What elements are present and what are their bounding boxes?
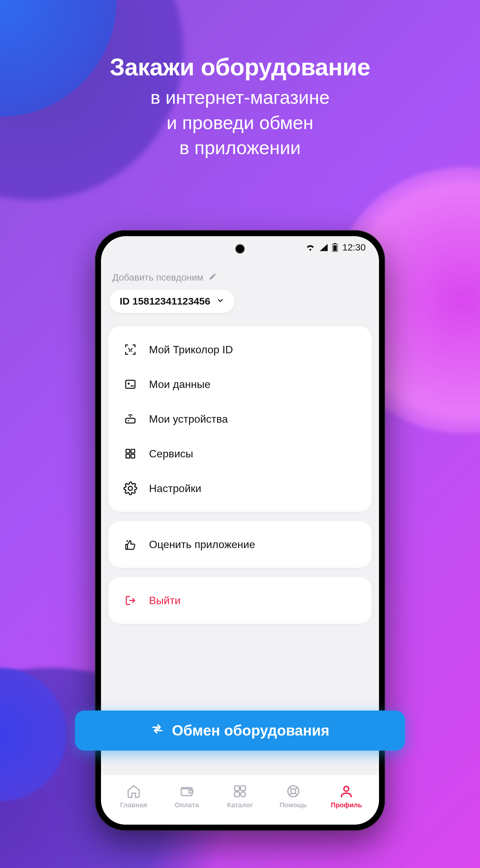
svg-point-7 (128, 420, 129, 421)
cellular-icon (320, 244, 328, 251)
logout-icon (123, 593, 138, 608)
svg-rect-3 (126, 380, 135, 388)
id-label: ID 15812341123456 (120, 296, 210, 307)
swap-icon (151, 722, 164, 739)
menu-label: Сервисы (149, 448, 193, 460)
nav-catalog[interactable]: Каталог (220, 783, 260, 809)
menu-label: Настройки (149, 483, 201, 495)
svg-rect-16 (234, 792, 239, 797)
wifi-icon (306, 244, 315, 251)
nav-payment[interactable]: Оплата (167, 783, 207, 809)
svg-rect-11 (131, 454, 135, 458)
menu-label: Мои данные (149, 378, 210, 391)
nav-label: Профиль (331, 801, 362, 809)
nav-label: Каталог (227, 801, 253, 809)
id-card-icon (123, 377, 138, 392)
id-selector-chip[interactable]: ID 15812341123456 (110, 289, 234, 313)
camera-cutout (235, 244, 245, 253)
svg-rect-10 (126, 454, 130, 458)
nav-help[interactable]: Помощь (273, 783, 313, 809)
wallet-icon (179, 783, 195, 799)
menu-label: Мои устройства (149, 413, 228, 425)
menu-item-tricolor-id[interactable]: Мой Триколор ID (108, 332, 372, 367)
battery-icon (332, 243, 338, 252)
menu-card-main: Мой Триколор ID Мои данные Мои устройств… (108, 326, 372, 512)
svg-rect-13 (189, 790, 193, 793)
headline-block: Закажи оборудование в интернет-магазине … (0, 53, 480, 160)
svg-point-4 (128, 383, 130, 384)
menu-label: Выйти (149, 594, 181, 607)
chevron-down-icon (216, 296, 224, 307)
svg-point-17 (241, 792, 246, 797)
nickname-hint-label: Добавить псевдоним (112, 272, 203, 283)
svg-rect-8 (126, 450, 130, 453)
cta-label: Обмен оборудования (172, 722, 329, 739)
pencil-icon (209, 272, 217, 283)
menu-item-settings[interactable]: Настройки (108, 471, 372, 506)
menu-item-rate-app[interactable]: Оценить приложение (108, 527, 372, 562)
status-bar: 12:30 (306, 242, 366, 253)
exchange-equipment-button[interactable]: Обмен оборудования (75, 711, 405, 751)
grid-icon (123, 446, 138, 461)
profile-icon (338, 783, 354, 799)
lifebuoy-icon (285, 783, 301, 799)
svg-rect-2 (333, 246, 337, 251)
catalog-icon (232, 783, 248, 799)
status-time: 12:30 (342, 242, 366, 253)
menu-label: Мой Триколор ID (149, 344, 233, 356)
menu-label: Оценить приложение (149, 538, 255, 551)
svg-point-19 (291, 789, 296, 794)
menu-item-my-devices[interactable]: Мои устройства (108, 402, 372, 436)
menu-item-services[interactable]: Сервисы (108, 436, 372, 471)
router-icon (123, 412, 138, 426)
nav-label: Помощь (279, 801, 307, 809)
thumbs-up-icon (123, 537, 138, 552)
nav-profile[interactable]: Профиль (326, 783, 366, 809)
add-nickname-button[interactable]: Добавить псевдоним (112, 272, 372, 283)
nav-label: Оплата (175, 801, 199, 809)
headline-title: Закажи оборудование (0, 53, 480, 81)
menu-card-rate: Оценить приложение (108, 521, 372, 568)
svg-rect-9 (131, 450, 135, 453)
headline-sub: в интернет-магазине и проведи обмен в пр… (0, 85, 480, 160)
svg-rect-6 (126, 418, 135, 423)
svg-rect-15 (241, 786, 246, 791)
home-icon (126, 783, 142, 799)
svg-point-20 (344, 786, 349, 791)
nav-home[interactable]: Главная (114, 783, 154, 809)
svg-rect-14 (234, 786, 239, 791)
menu-item-my-data[interactable]: Мои данные (108, 367, 372, 402)
bottom-nav: Главная Оплата Каталог Помощь (101, 775, 379, 825)
gear-icon (123, 481, 138, 496)
menu-item-logout[interactable]: Выйти (108, 583, 372, 618)
nav-label: Главная (120, 801, 147, 809)
tricolor-id-icon (123, 342, 138, 357)
menu-card-logout: Выйти (108, 577, 372, 624)
